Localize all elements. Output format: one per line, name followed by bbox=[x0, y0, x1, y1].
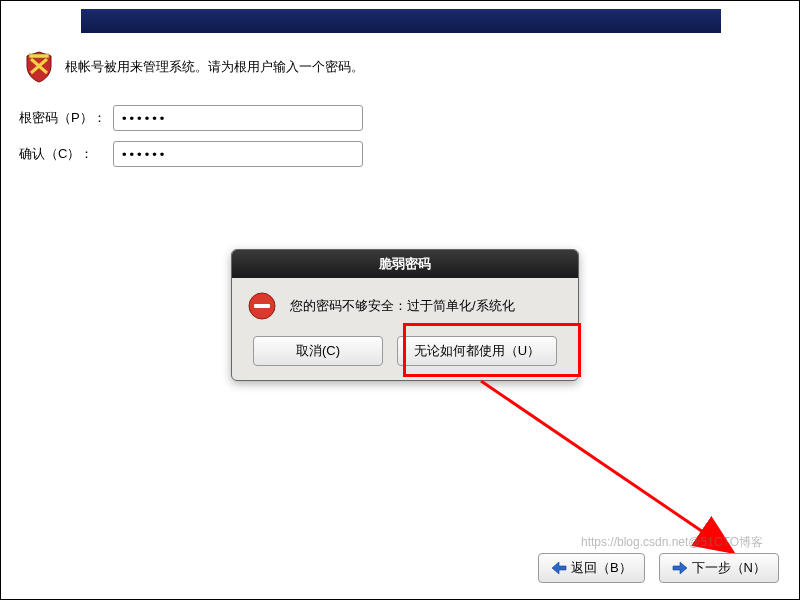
confirm-password-label: 确认（C）： bbox=[19, 145, 113, 163]
root-password-label: 根密码（P）： bbox=[19, 109, 113, 127]
next-label: 下一步（N） bbox=[692, 559, 766, 577]
svg-rect-2 bbox=[254, 304, 270, 308]
svg-line-3 bbox=[481, 381, 731, 551]
shield-icon bbox=[25, 51, 53, 83]
error-icon bbox=[248, 292, 276, 320]
arrow-right-icon bbox=[672, 561, 688, 575]
watermark-text: https://blog.csdn.net@51CTO博客 bbox=[581, 534, 763, 551]
cancel-button[interactable]: 取消(C) bbox=[253, 336, 383, 366]
svg-rect-0 bbox=[29, 54, 49, 58]
password-form: 根密码（P）： 确认（C）： bbox=[19, 105, 363, 177]
intro-text: 根帐号被用来管理系统。请为根用户输入一个密码。 bbox=[65, 58, 364, 76]
root-password-input[interactable] bbox=[113, 105, 363, 131]
use-anyway-button[interactable]: 无论如何都使用（U） bbox=[397, 336, 557, 366]
header-banner bbox=[81, 9, 721, 33]
arrow-left-icon bbox=[551, 561, 567, 575]
next-button[interactable]: 下一步（N） bbox=[659, 553, 779, 583]
back-button[interactable]: 返回（B） bbox=[538, 553, 645, 583]
footer-nav: 返回（B） 下一步（N） bbox=[538, 553, 779, 583]
confirm-password-input[interactable] bbox=[113, 141, 363, 167]
weak-password-dialog: 脆弱密码 您的密码不够安全：过于简单化/系统化 取消(C) 无论如何都使用（U） bbox=[231, 249, 579, 381]
intro-row: 根帐号被用来管理系统。请为根用户输入一个密码。 bbox=[25, 51, 364, 83]
dialog-message: 您的密码不够安全：过于简单化/系统化 bbox=[290, 297, 515, 315]
back-label: 返回（B） bbox=[571, 559, 632, 577]
dialog-title: 脆弱密码 bbox=[232, 250, 578, 278]
